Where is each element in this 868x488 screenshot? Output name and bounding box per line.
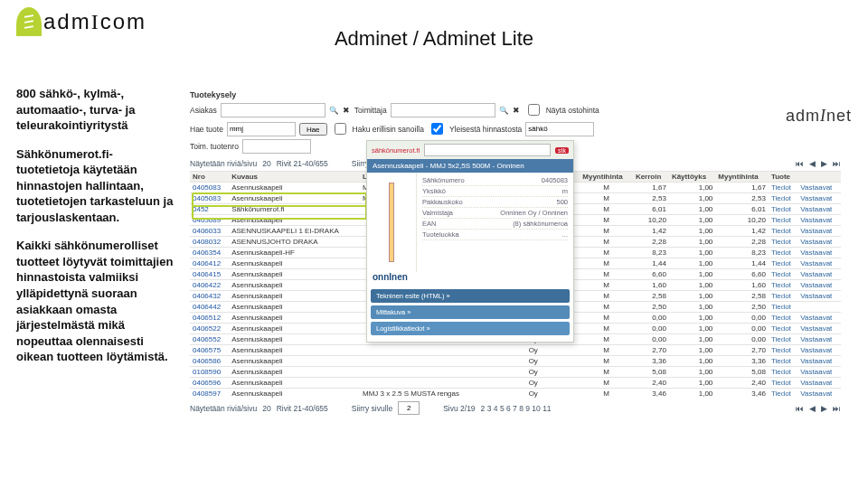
checkbox-ostohinta[interactable] — [528, 104, 540, 116]
link-vastaavat[interactable]: Vastaavat — [797, 204, 841, 215]
link-vastaavat[interactable]: Vastaavat — [797, 367, 841, 378]
link-vastaavat[interactable]: Vastaavat — [797, 269, 841, 280]
link-tiedot[interactable]: Tiedot — [769, 291, 797, 302]
cell-nro[interactable]: 0406596 — [190, 378, 229, 389]
link-tiedot[interactable]: Tiedot — [769, 269, 797, 280]
cell-nro[interactable]: 0406415 — [190, 269, 229, 280]
col-header[interactable]: Käyttöyks — [669, 172, 715, 183]
link-tiedot[interactable]: Tiedot — [769, 183, 797, 193]
checkbox-yleisesta[interactable] — [431, 123, 443, 135]
input-yleisesta[interactable] — [525, 122, 594, 136]
link-vastaavat[interactable]: Vastaavat — [797, 183, 841, 193]
cell-nro[interactable]: 0406575 — [190, 345, 229, 356]
col-header[interactable]: Kerroin — [633, 172, 669, 183]
link-vastaavat[interactable]: Vastaavat — [797, 291, 841, 302]
link-tiedot[interactable]: Tiedot — [769, 248, 797, 258]
link-vastaavat[interactable]: Vastaavat — [797, 313, 841, 324]
pager-first-icon[interactable]: ⏮ — [796, 159, 804, 168]
popup-btn-tech[interactable]: Tekninen esite (HTML) » — [371, 289, 570, 303]
pager-last-icon[interactable]: ⏭ — [833, 159, 841, 168]
link-vastaavat[interactable]: Vastaavat — [797, 356, 841, 367]
link-vastaavat[interactable]: Vastaavat — [797, 378, 841, 389]
col-header[interactable]: Tuote — [769, 172, 797, 183]
link-vastaavat[interactable]: Vastaavat — [797, 248, 841, 258]
cell-nro[interactable]: 0405089 — [190, 215, 229, 226]
cell-nro[interactable]: 0405083 — [190, 183, 229, 193]
cell-nro[interactable]: 0108590 — [190, 367, 229, 378]
hae-button[interactable]: Hae — [299, 123, 327, 136]
pager-prev-icon[interactable]: ◀ — [809, 159, 816, 168]
popup-btn-dim[interactable]: Mittakuva » — [371, 305, 570, 319]
input-toimittaja[interactable] — [391, 103, 495, 117]
col-header[interactable]: Kuvaus — [229, 172, 360, 183]
input-asiakas[interactable] — [221, 103, 326, 117]
link-vastaavat[interactable]: Vastaavat — [797, 334, 841, 345]
pager-next-icon[interactable]: ▶ — [821, 159, 827, 168]
link-tiedot[interactable]: Tiedot — [769, 280, 797, 291]
link-tiedot[interactable]: Tiedot — [769, 302, 797, 313]
pager-first-icon[interactable]: ⏮ — [796, 404, 804, 413]
link-tiedot[interactable]: Tiedot — [769, 367, 797, 378]
input-toim-tuotenro[interactable] — [242, 139, 311, 154]
checkbox-erillisin[interactable] — [335, 123, 346, 135]
link-vastaavat[interactable]: Vastaavat — [797, 345, 841, 356]
cell-nro[interactable]: 0406033 — [190, 226, 229, 237]
pager-last-icon[interactable]: ⏭ — [833, 404, 841, 413]
clear-icon[interactable]: ✖ — [342, 106, 351, 115]
link-tiedot[interactable]: Tiedot — [769, 204, 797, 215]
search-icon[interactable]: 🔍 — [499, 106, 508, 115]
cell-nro[interactable]: 0408032 — [190, 237, 229, 248]
link-tiedot[interactable]: Tiedot — [769, 378, 797, 389]
product-popup: sähkönumerot.fi stk Asennuskaapeli - MMJ… — [366, 140, 574, 343]
cell-hinta2: 6,60 — [715, 269, 769, 280]
search-icon[interactable]: 🔍 — [329, 106, 338, 115]
link-tiedot[interactable]: Tiedot — [769, 215, 797, 226]
cell-nro[interactable]: 0406432 — [190, 291, 229, 302]
col-header[interactable]: Myyntihinta — [580, 172, 633, 183]
link-vastaavat[interactable]: Vastaavat — [797, 226, 841, 237]
popup-btn-log[interactable]: Logistiikkatiedot » — [371, 322, 570, 335]
cell-nro[interactable]: 0452 — [190, 204, 229, 215]
rows-per-page-value[interactable]: 20 — [262, 159, 270, 168]
link-tiedot[interactable]: Tiedot — [769, 193, 797, 204]
input-hae-tuote[interactable] — [227, 122, 296, 136]
link-tiedot[interactable]: Tiedot — [769, 237, 797, 248]
link-vastaavat[interactable]: Vastaavat — [797, 280, 841, 291]
link-tiedot[interactable]: Tiedot — [769, 389, 797, 399]
link-tiedot[interactable]: Tiedot — [769, 345, 797, 356]
link-tiedot[interactable]: Tiedot — [769, 226, 797, 237]
link-vastaavat[interactable]: Vastaavat — [797, 237, 841, 248]
cell-nro[interactable]: 0406412 — [190, 258, 229, 269]
link-tiedot[interactable]: Tiedot — [769, 313, 797, 324]
link-tiedot[interactable]: Tiedot — [769, 324, 797, 334]
clear-icon[interactable]: ✖ — [512, 106, 521, 115]
col-header[interactable]: Nro — [190, 172, 229, 183]
pager-prev-icon[interactable]: ◀ — [809, 404, 816, 413]
link-vastaavat[interactable]: Vastaavat — [797, 258, 841, 269]
label-asiakas: Asiakas — [190, 106, 217, 115]
cell-kuvaus: ASENNUSKAAPELI 1 EI-DRAKA — [229, 226, 360, 237]
cell-nro[interactable]: 0406552 — [190, 334, 229, 345]
cell-nro[interactable]: 0405083 — [190, 193, 229, 204]
cell-nro[interactable]: 0406354 — [190, 248, 229, 258]
cell-nro[interactable]: 0408597 — [190, 389, 229, 399]
cell-nro[interactable]: 0406422 — [190, 280, 229, 291]
col-header[interactable] — [797, 172, 841, 183]
link-vastaavat[interactable] — [797, 302, 841, 313]
cell-nro[interactable]: 0406442 — [190, 302, 229, 313]
cell-nro[interactable]: 0406512 — [190, 313, 229, 324]
popup-search-input[interactable] — [424, 144, 551, 156]
cell-nro[interactable]: 0406586 — [190, 356, 229, 367]
link-vastaavat[interactable]: Vastaavat — [797, 389, 841, 399]
link-tiedot[interactable]: Tiedot — [769, 356, 797, 367]
link-vastaavat[interactable]: Vastaavat — [797, 193, 841, 204]
link-vastaavat[interactable]: Vastaavat — [797, 215, 841, 226]
pager-next-icon[interactable]: ▶ — [821, 404, 827, 413]
link-vastaavat[interactable]: Vastaavat — [797, 324, 841, 334]
cell-nro[interactable]: 0406522 — [190, 324, 229, 334]
link-tiedot[interactable]: Tiedot — [769, 334, 797, 345]
cell-valmistaja: Oy — [526, 345, 580, 356]
cell-yks: M — [580, 367, 633, 378]
link-tiedot[interactable]: Tiedot — [769, 258, 797, 269]
col-header[interactable]: Myyntihinta — [715, 172, 769, 183]
